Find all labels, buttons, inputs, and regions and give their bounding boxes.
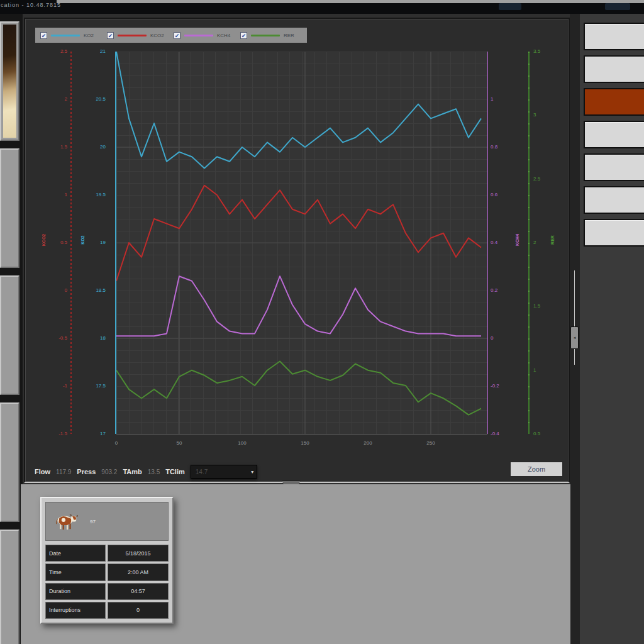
legend-item: ✔ KO2 [40, 32, 102, 39]
legend-checkbox[interactable]: ✔ [40, 32, 47, 39]
application-window: cation - 10.48.7815 ✔ KO2 ✔ KCO2 ✔ KCH4 … [0, 0, 644, 644]
row-value: 2:00 AM [108, 564, 169, 580]
x-tick-label: 50 [172, 440, 187, 446]
axis-tick-label: 0 [65, 287, 67, 294]
axis-tick-label: 1 [533, 367, 536, 374]
nav-button[interactable]: Co [584, 186, 644, 214]
press-value: 903.2 [101, 469, 117, 475]
series-ko2 [116, 52, 481, 168]
axis-tick-label: 2 [533, 240, 536, 246]
tclim-dropdown[interactable]: 14.7 ▼ [191, 465, 257, 479]
legend-line-swatch [251, 35, 280, 36]
axis-tick-label: 1.5 [533, 303, 540, 309]
series-kco2 [116, 186, 481, 281]
nav-button[interactable]: Anim [584, 55, 644, 83]
window-title: cation - 10.48.7815 [1, 2, 61, 8]
axis-tick-label: 1.5 [60, 144, 67, 150]
nav-button[interactable]: V [584, 153, 644, 181]
results-panel: 97 Date 5/18/2015 Time 2:00 AM Duration … [21, 484, 570, 644]
nav-button[interactable] [584, 219, 644, 247]
legend-label: KCH4 [217, 33, 230, 38]
visit-card[interactable]: 97 Date 5/18/2015 Time 2:00 AM Duration … [40, 497, 174, 624]
thumbnail-list-item[interactable] [0, 275, 19, 395]
tamb-label: TAmb [123, 468, 142, 475]
visit-card-rows: Date 5/18/2015 Time 2:00 AM Duration 04:… [45, 545, 169, 619]
axis-tick-label: 2 [65, 96, 67, 103]
x-tick-label: 100 [235, 440, 250, 446]
row-value: 0 [108, 602, 169, 619]
splitter-line [574, 270, 575, 365]
splitter-track: ◂ [570, 14, 580, 644]
flow-label: Flow [35, 468, 50, 475]
axis-tick-label: 20.5 [96, 96, 106, 103]
legend-line-swatch [51, 35, 80, 36]
axis-tick-label: 2.5 [533, 176, 540, 182]
series-kch4 [116, 276, 481, 336]
axis-tick-label: 20 [100, 144, 106, 150]
row-label: Interruptions [45, 602, 106, 619]
axis-tick-label: 0.6 [491, 192, 497, 198]
zoom-button[interactable]: Zoom [509, 461, 564, 477]
axis-tick-label: 18 [100, 335, 106, 341]
thumbnail-list-item[interactable] [0, 530, 19, 644]
status-bar: Flow 117.9 Press 903.2 TAmb 13.5 TClim 1… [35, 464, 257, 479]
kch4-axis-title: KCH4 [515, 228, 519, 253]
legend-checkbox[interactable]: ✔ [107, 32, 114, 39]
press-label: Press [77, 468, 96, 475]
axis-tick-label: 21 [100, 48, 106, 55]
plot-area[interactable] [116, 52, 487, 435]
chart-canvas [116, 52, 487, 434]
legend-label: KCO2 [150, 33, 164, 38]
x-tick-label: 200 [360, 440, 375, 446]
row-label: Date [45, 545, 106, 562]
rer-axis-line [528, 52, 530, 434]
visit-card-row: Interruptions 0 [45, 602, 169, 619]
axis-tick-label: -0.2 [491, 383, 499, 389]
tamb-value: 13.5 [148, 469, 160, 475]
thumbnail-list-item[interactable] [0, 21, 19, 141]
axis-tick-label: 17 [100, 431, 106, 437]
visit-card-row: Date 5/18/2015 [45, 545, 169, 562]
axis-tick-label: 0.5 [60, 240, 67, 246]
legend-checkbox[interactable]: ✔ [240, 32, 247, 39]
axis-tick-label: -0.5 [58, 335, 67, 341]
nav-button[interactable]: Tr [584, 121, 644, 148]
kco2-axis-line [70, 52, 72, 434]
row-label: Duration [45, 583, 106, 600]
x-tick-label: 0 [109, 440, 124, 446]
axis-tick-label: 18.5 [96, 287, 106, 294]
legend-label: RER [284, 33, 294, 38]
legend-checkbox[interactable]: ✔ [174, 32, 180, 39]
axis-tick-label: 3 [533, 112, 536, 118]
flow-value: 117.9 [56, 469, 71, 475]
animal-photo [3, 25, 16, 138]
x-tick-label: 150 [297, 440, 313, 446]
visit-card-row: Time 2:00 AM [45, 564, 169, 580]
legend-line-swatch [118, 35, 147, 36]
nav-button[interactable]: Vi [584, 88, 644, 116]
legend-item: ✔ KCO2 [107, 32, 169, 39]
axis-tick-label: -0.4 [491, 431, 499, 437]
thumbnail-list-item[interactable] [0, 148, 19, 268]
nav-button[interactable] [584, 23, 644, 50]
rer-axis-title: RER [550, 228, 555, 253]
legend-label: KO2 [84, 33, 94, 38]
thumbnail-list-item[interactable] [0, 402, 19, 522]
series-rer [116, 362, 481, 415]
axis-tick-label: -1.5 [58, 431, 67, 437]
animal-id: 97 [90, 519, 96, 525]
axis-tick-label: 1 [65, 192, 67, 198]
axis-tick-label: 1 [491, 96, 493, 103]
window-edge-strip [57, 0, 644, 3]
chevron-down-icon: ▼ [250, 470, 255, 474]
legend-line-swatch [184, 35, 213, 36]
ko2-axis-title: KO2 [80, 228, 85, 253]
x-tick-label: 250 [423, 440, 438, 446]
kco2-axis-tick-labels: 2.521.510.50-0.5-1-1.5 [42, 52, 67, 440]
titlebar-button[interactable] [499, 3, 521, 10]
splitter-handle[interactable]: ◂ [570, 326, 579, 349]
rer-axis-tick-labels: 3.532.521.510.5 [533, 52, 552, 440]
axis-tick-label: 2.5 [60, 48, 67, 55]
axis-tick-label: 0.2 [491, 287, 497, 294]
titlebar-button[interactable] [605, 3, 630, 10]
